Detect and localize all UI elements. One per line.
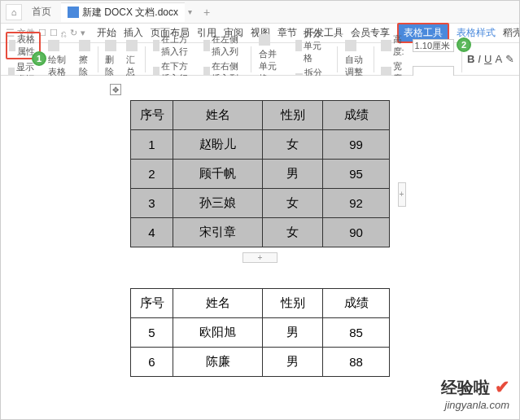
table-row: 序号 姓名 性别 成绩 xyxy=(131,289,390,318)
italic-button[interactable]: I xyxy=(478,53,481,65)
watermark: 经验啦 ✔ jingyanla.com xyxy=(441,377,509,411)
callout-badge-2: 2 xyxy=(457,37,471,52)
separator xyxy=(251,46,251,72)
bold-button[interactable]: B xyxy=(467,53,474,65)
th-seq[interactable]: 序号 xyxy=(131,289,173,318)
menu-addon[interactable]: 稻壳资源 xyxy=(503,26,520,40)
qa-icon[interactable]: ☐ xyxy=(50,28,58,38)
qa-icon[interactable]: ↻ xyxy=(70,28,77,38)
document-canvas: ✥ 序号 姓名 性别 成绩 1赵盼儿女99 2顾千帆男95 3孙三娘女92 4宋… xyxy=(1,76,519,419)
erase-icon xyxy=(79,40,90,51)
th-gender[interactable]: 性别 xyxy=(263,289,323,318)
summary-button[interactable] xyxy=(124,39,140,52)
height-icon xyxy=(381,40,391,51)
watermark-text: 经验啦 xyxy=(441,378,490,396)
separator xyxy=(374,46,374,72)
underline-button[interactable]: U xyxy=(484,53,492,65)
table-row: 3孙三娘女92 xyxy=(131,189,390,218)
split-cells-button[interactable]: 拆分单元格 xyxy=(293,27,333,65)
split-cells-icon xyxy=(295,40,302,51)
erase-button[interactable] xyxy=(76,39,93,52)
font-color-button[interactable]: A xyxy=(495,53,502,65)
insert-row-above-button[interactable]: 在上方插入行 xyxy=(151,33,196,59)
tab-dropdown-icon[interactable]: ▾ xyxy=(188,7,192,16)
toolbar: 表格属性 显示虚框 绘制表格 擦除 删除 汇总 在上方插入行 在下方插入行 在左… xyxy=(1,43,519,76)
table-row: 2顾千帆男95 xyxy=(131,160,390,189)
home-icon[interactable]: ⌂ xyxy=(6,4,22,20)
document-tab[interactable]: 新建 DOCX 文档.docx xyxy=(61,2,185,22)
row-above-icon xyxy=(153,40,159,51)
separator xyxy=(98,46,98,72)
table-2[interactable]: 序号 姓名 性别 成绩 5欧阳旭男85 6陈廉男88 xyxy=(130,288,390,377)
check-icon: ✔ xyxy=(495,377,509,397)
draw-icon xyxy=(48,40,59,51)
highlight-button[interactable]: ✎ xyxy=(505,53,514,65)
auto-adjust-icon xyxy=(345,40,356,51)
th-gender[interactable]: 性别 xyxy=(263,101,323,130)
add-row-handle[interactable]: + xyxy=(126,249,395,264)
qa-icon[interactable]: ⎌ xyxy=(61,28,67,38)
height-field[interactable]: 高度: 1.10厘米 xyxy=(378,33,457,59)
table-row: 1赵盼儿女99 xyxy=(131,130,390,160)
new-tab-button[interactable]: + xyxy=(195,6,218,19)
menu-insert[interactable]: 插入 xyxy=(124,26,143,40)
merge-icon xyxy=(259,34,270,46)
table-row: 序号 姓名 性别 成绩 xyxy=(131,101,390,130)
th-score[interactable]: 成绩 xyxy=(323,101,390,130)
table-row: 6陈廉男88 xyxy=(131,348,390,377)
separator xyxy=(337,46,338,72)
col-left-icon xyxy=(203,40,210,51)
th-name[interactable]: 姓名 xyxy=(173,101,263,130)
th-seq[interactable]: 序号 xyxy=(131,101,173,130)
doc-title: 新建 DOCX 文档.docx xyxy=(82,6,178,20)
summary-icon xyxy=(126,40,138,51)
th-score[interactable]: 成绩 xyxy=(323,289,390,318)
delete-icon xyxy=(105,40,116,51)
watermark-url: jingyanla.com xyxy=(441,399,509,411)
insert-col-left-button[interactable]: 在左侧插入列 xyxy=(201,33,247,59)
height-input[interactable]: 1.10厘米 xyxy=(413,39,455,52)
merge-cells-button[interactable] xyxy=(256,33,288,46)
menu-start[interactable]: 开始 xyxy=(97,26,116,40)
table-props-icon xyxy=(9,40,15,51)
titlebar: ⌂ 首页 新建 DOCX 文档.docx ▾ + xyxy=(1,1,519,24)
qa-dropdown-icon[interactable]: ▾ xyxy=(81,28,85,38)
table1-wrap: ✥ 序号 姓名 性别 成绩 1赵盼儿女99 2顾千帆男95 3孙三娘女92 4宋… xyxy=(126,100,395,264)
add-column-handle[interactable]: + xyxy=(398,182,406,207)
tab-home[interactable]: 首页 xyxy=(25,2,58,22)
separator xyxy=(145,46,146,72)
table-row: 5欧阳旭男85 xyxy=(131,318,390,348)
th-name[interactable]: 姓名 xyxy=(173,289,263,318)
table-move-handle[interactable]: ✥ xyxy=(110,84,121,95)
doc-icon xyxy=(68,7,79,18)
table-1[interactable]: 序号 姓名 性别 成绩 1赵盼儿女99 2顾千帆男95 3孙三娘女92 4宋引章… xyxy=(130,100,390,247)
draw-table-button[interactable] xyxy=(46,39,72,52)
delete-button[interactable] xyxy=(103,39,119,52)
auto-adjust-button[interactable] xyxy=(343,39,369,52)
table2-wrap: 序号 姓名 性别 成绩 5欧阳旭男85 6陈廉男88 xyxy=(126,288,395,377)
table-row: 4宋引章女90 xyxy=(131,218,390,247)
callout-badge-1: 1 xyxy=(32,51,46,66)
